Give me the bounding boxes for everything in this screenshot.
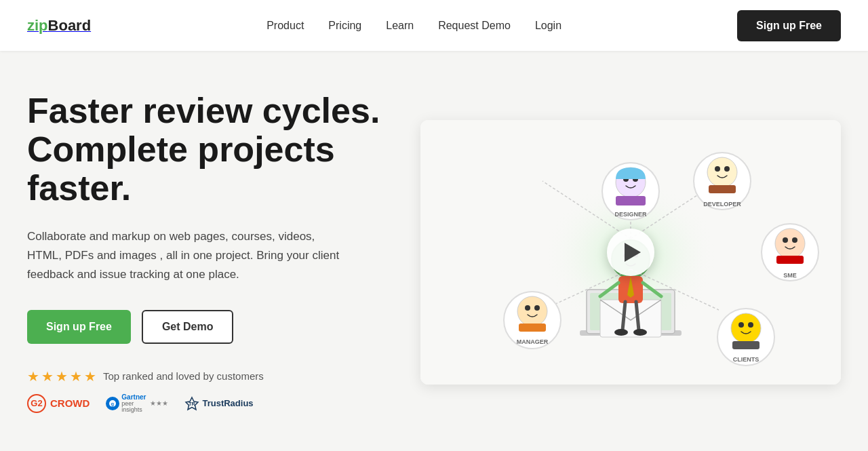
- star-5: ★: [84, 368, 96, 385]
- star-rating: ★ ★ ★ ★ ★: [27, 368, 96, 385]
- svg-rect-34: [709, 185, 736, 193]
- svg-point-51: [534, 305, 540, 311]
- gartner-icon: g: [106, 397, 119, 410]
- svg-rect-46: [732, 341, 760, 349]
- svg-point-33: [724, 166, 730, 172]
- star-3: ★: [56, 368, 68, 385]
- nav-request-demo[interactable]: Request Demo: [438, 20, 511, 31]
- g2-crowd-label: CROWD: [50, 397, 90, 409]
- svg-point-43: [731, 313, 761, 343]
- svg-point-31: [707, 157, 737, 187]
- gartner-stars: ★★★: [150, 399, 168, 407]
- nav-product[interactable]: Product: [267, 20, 304, 31]
- hero-description: Collaborate and markup on web pages, cou…: [27, 227, 353, 284]
- stars-row: ★ ★ ★ ★ ★ Top ranked and loved by custom…: [27, 368, 393, 385]
- star-1: ★: [27, 368, 39, 385]
- nav-learn[interactable]: Learn: [386, 20, 414, 31]
- nav-signup-button[interactable]: Sign up Free: [737, 10, 841, 41]
- svg-point-49: [517, 296, 547, 326]
- gartner-text: Gartner peerinsights: [121, 394, 146, 413]
- badges-row: G2 CROWD g Gartner peerinsights ★★★: [27, 394, 393, 413]
- svg-point-44: [738, 322, 744, 328]
- hero-buttons: Sign up Free Get Demo: [27, 310, 393, 344]
- svg-text:SME: SME: [783, 272, 797, 279]
- g2crowd-badge: G2 CROWD: [27, 394, 90, 413]
- nav-pricing[interactable]: Pricing: [328, 20, 361, 31]
- trustradius-label: TrustRadius: [202, 398, 253, 408]
- svg-point-17: [614, 329, 628, 336]
- svg-point-38: [783, 237, 788, 243]
- svg-rect-40: [776, 256, 804, 264]
- hero-video: DESIGNER DEVELOPER SME: [420, 120, 841, 385]
- svg-point-39: [792, 237, 797, 243]
- star-2: ★: [41, 368, 54, 385]
- svg-point-37: [775, 229, 805, 258]
- hero-title: Faster review cycles. Complete projects …: [27, 92, 393, 208]
- svg-point-32: [715, 166, 720, 172]
- logo-zip: zip: [27, 17, 48, 34]
- star-4: ★: [70, 368, 82, 385]
- svg-point-45: [748, 322, 753, 328]
- svg-text:g: g: [111, 401, 114, 407]
- g2-icon: G2: [27, 394, 46, 413]
- stars-label: Top ranked and loved by customers: [103, 370, 264, 382]
- trustradius-badge: TR TrustRadius: [184, 396, 253, 411]
- social-proof: ★ ★ ★ ★ ★ Top ranked and loved by custom…: [27, 368, 393, 413]
- svg-point-18: [633, 329, 647, 336]
- svg-text:DESIGNER: DESIGNER: [614, 211, 647, 218]
- nav-login[interactable]: Login: [535, 20, 561, 31]
- hero-demo-button[interactable]: Get Demo: [142, 310, 234, 344]
- hero-content: Faster review cycles. Complete projects …: [27, 92, 393, 413]
- hero-section: Faster review cycles. Complete projects …: [0, 51, 868, 433]
- trustradius-icon: TR: [184, 396, 199, 411]
- svg-rect-28: [616, 196, 646, 205]
- nav-links: Product Pricing Learn Request Demo Login: [267, 20, 561, 32]
- svg-text:TR: TR: [189, 401, 195, 406]
- logo-board: Board: [48, 17, 92, 34]
- hero-signup-button[interactable]: Sign up Free: [27, 310, 131, 344]
- video-play-button[interactable]: [607, 229, 654, 276]
- svg-rect-52: [519, 323, 546, 332]
- gartner-badge: g Gartner peerinsights ★★★: [106, 394, 168, 413]
- svg-text:DEVELOPER: DEVELOPER: [703, 201, 741, 208]
- logo[interactable]: zipBoard: [27, 17, 91, 35]
- navbar: zipBoard Product Pricing Learn Request D…: [0, 0, 868, 51]
- svg-point-50: [525, 305, 530, 311]
- svg-text:CLIENTS: CLIENTS: [733, 356, 760, 363]
- svg-text:MANAGER: MANAGER: [517, 338, 549, 345]
- video-area: DESIGNER DEVELOPER SME: [420, 120, 841, 385]
